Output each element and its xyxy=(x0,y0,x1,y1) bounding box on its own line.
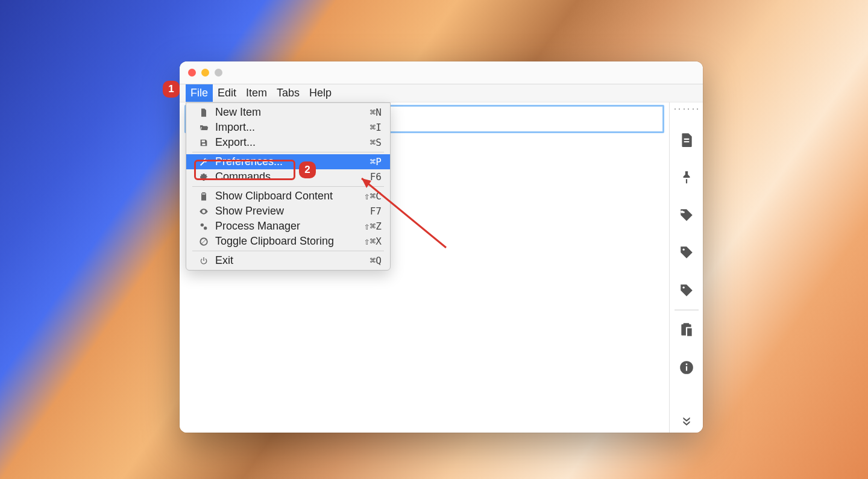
wrench-icon xyxy=(198,157,209,167)
menu-commands[interactable]: Commands... F6 xyxy=(186,169,390,184)
side-toolbar xyxy=(669,102,703,433)
menu-exit[interactable]: Exit ⌘Q xyxy=(186,253,390,268)
menu-separator xyxy=(192,186,384,187)
menu-edit[interactable]: Edit xyxy=(213,84,241,102)
menu-shortcut: ⌘I xyxy=(370,122,382,133)
menu-separator xyxy=(192,152,384,152)
menu-preferences[interactable]: Preferences... ⌘P xyxy=(186,154,390,169)
svg-point-1 xyxy=(682,249,684,251)
menu-shortcut: ⌘S xyxy=(370,137,382,148)
file-menu-dropdown: New Item ⌘N Import... ⌘I Export... ⌘S Pr… xyxy=(186,102,391,271)
eye-icon xyxy=(198,206,209,217)
menu-shortcut: ⌘N xyxy=(370,107,382,118)
menu-new-item[interactable]: New Item ⌘N xyxy=(186,105,390,120)
menu-label: Export... xyxy=(215,136,364,149)
app-window: File Edit Item Tabs Help copyq xyxy=(180,61,703,433)
menu-label: Import... xyxy=(215,121,364,134)
save-icon xyxy=(198,137,209,148)
info-icon[interactable] xyxy=(676,358,697,377)
menu-label: Preferences... xyxy=(215,155,364,168)
svg-point-5 xyxy=(685,363,687,365)
chevron-down-icon[interactable] xyxy=(680,413,693,427)
menu-item[interactable]: Item xyxy=(241,84,272,102)
menubar: File Edit Item Tabs Help xyxy=(180,84,703,102)
menu-separator xyxy=(192,251,384,251)
menu-label: Show Preview xyxy=(215,205,364,218)
svg-point-2 xyxy=(682,286,684,288)
minimize-button[interactable] xyxy=(201,69,209,77)
menu-shortcut: ⇧⌘C xyxy=(364,190,382,202)
menu-file[interactable]: File xyxy=(186,84,213,102)
menu-shortcut: ⇧⌘Z xyxy=(364,221,382,232)
menu-import[interactable]: Import... ⌘I xyxy=(186,120,390,135)
file-icon xyxy=(198,107,209,118)
close-button[interactable] xyxy=(188,69,196,77)
menu-label: Show Clipboard Content xyxy=(215,190,358,202)
menu-shortcut: ⇧⌘X xyxy=(364,236,382,247)
tag-2-icon[interactable] xyxy=(676,243,697,262)
menu-show-preview[interactable]: Show Preview F7 xyxy=(186,204,390,219)
maximize-button[interactable] xyxy=(215,69,222,77)
svg-rect-4 xyxy=(685,366,687,371)
folder-open-icon xyxy=(198,122,209,133)
menu-shortcut: ⌘P xyxy=(370,156,382,167)
menu-label: Toggle Clipboard Storing xyxy=(215,235,358,248)
tag-1-icon[interactable] xyxy=(676,205,697,225)
gear-icon xyxy=(198,172,209,183)
menu-export[interactable]: Export... ⌘S xyxy=(186,135,390,150)
svg-point-7 xyxy=(204,227,207,230)
menu-toggle-storing[interactable]: Toggle Clipboard Storing ⇧⌘X xyxy=(186,234,390,249)
menu-tabs[interactable]: Tabs xyxy=(272,84,304,102)
menu-label: Commands... xyxy=(215,171,364,183)
menu-label: New Item xyxy=(215,106,364,119)
menu-label: Process Manager xyxy=(215,220,358,233)
power-icon xyxy=(198,255,209,266)
paste-icon[interactable] xyxy=(676,320,697,339)
menu-show-clipboard[interactable]: Show Clipboard Content ⇧⌘C xyxy=(186,189,390,204)
gears-icon xyxy=(198,221,209,232)
prohibit-icon xyxy=(198,236,209,247)
menu-process-manager[interactable]: Process Manager ⇧⌘Z xyxy=(186,219,390,234)
callout-badge-2: 2 xyxy=(299,161,316,178)
menu-shortcut: F6 xyxy=(370,171,382,183)
svg-point-6 xyxy=(201,223,204,226)
svg-point-0 xyxy=(682,211,684,213)
menu-label: Exit xyxy=(215,254,364,267)
menu-help[interactable]: Help xyxy=(304,84,336,102)
tag-3-icon[interactable] xyxy=(676,281,697,300)
document-icon[interactable] xyxy=(676,130,697,149)
titlebar xyxy=(180,61,703,84)
pin-icon[interactable] xyxy=(676,167,697,187)
toolbar-separator xyxy=(675,310,699,310)
clipboard-icon xyxy=(198,191,209,202)
toolbar-grip xyxy=(675,108,699,112)
menu-shortcut: F7 xyxy=(370,205,382,217)
menu-shortcut: ⌘Q xyxy=(370,255,382,266)
callout-badge-1: 1 xyxy=(163,81,180,98)
